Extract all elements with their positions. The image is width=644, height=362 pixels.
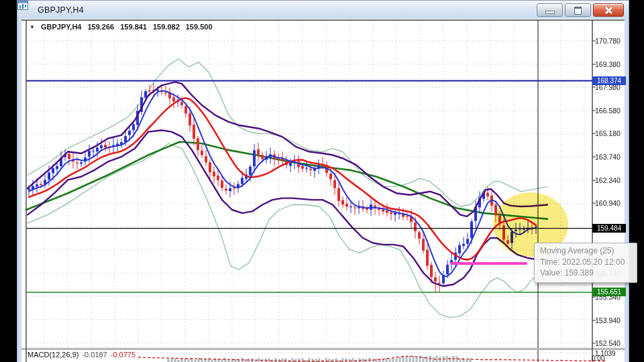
tooltip-title: Moving Average (25) — [540, 245, 631, 257]
close-button[interactable] — [593, 3, 624, 17]
tooltip-value: Value: 159.389 — [540, 267, 631, 279]
price-tick-label: 162.340 — [595, 176, 627, 184]
price-tick-label: 170.780 — [595, 37, 627, 45]
price-tick-label: 152.540 — [595, 339, 627, 347]
legend-close: 159.500 — [186, 23, 213, 31]
time-axis-label: 0:00 — [592, 355, 604, 362]
chart-legend: ▼ GBPJPY,H4 159.266 159.841 159.082 159.… — [30, 23, 213, 31]
chart-area: ▼ GBPJPY,H4 159.266 159.841 159.082 159.… — [17, 19, 629, 362]
chart-canvas[interactable] — [17, 19, 629, 362]
price-tick-label: 166.580 — [595, 107, 627, 115]
legend-high: 159.841 — [120, 23, 147, 31]
price-level-badge: 168.374 — [592, 76, 626, 85]
price-tick-label: 153.940 — [595, 316, 627, 324]
minimize-button[interactable] — [537, 3, 563, 17]
price-tick-label: 169.380 — [595, 60, 627, 68]
tooltip-time: Time: 2022.05.20 12:00 — [540, 257, 631, 268]
restore-button[interactable] — [565, 3, 591, 17]
minimize-icon — [545, 11, 555, 14]
indicator-tooltip: Moving Average (25) Time: 2022.05.20 12:… — [534, 243, 637, 283]
chart-window-icon — [23, 5, 34, 15]
legend-open: 159.266 — [87, 23, 114, 31]
price-level-badge: 155.651 — [592, 288, 626, 296]
window-title: GBPJPY,H4 — [38, 5, 84, 15]
price-level-badge: 159.484 — [592, 224, 626, 233]
chart-window: GBPJPY,H4 ▼ GBPJPY,H4 159.266 159.841 15… — [17, 0, 629, 362]
price-tick-label: 165.180 — [595, 129, 627, 137]
price-tick-label: 160.940 — [595, 199, 627, 207]
symbol-dropdown-arrow[interactable]: ▼ — [30, 23, 35, 31]
title-bar[interactable]: GBPJPY,H4 — [17, 1, 629, 19]
macd-value-main: -0.0187 — [82, 351, 107, 359]
price-tick-label: 163.740 — [595, 153, 627, 161]
macd-value-signal: -0.0775 — [111, 351, 136, 359]
restore-icon — [574, 7, 582, 15]
legend-low: 159.082 — [153, 23, 180, 31]
legend-symbol: GBPJPY,H4 — [41, 23, 82, 31]
macd-indicator-label: MACD(12,26,9)-0.0187-0.0775 — [28, 351, 136, 359]
